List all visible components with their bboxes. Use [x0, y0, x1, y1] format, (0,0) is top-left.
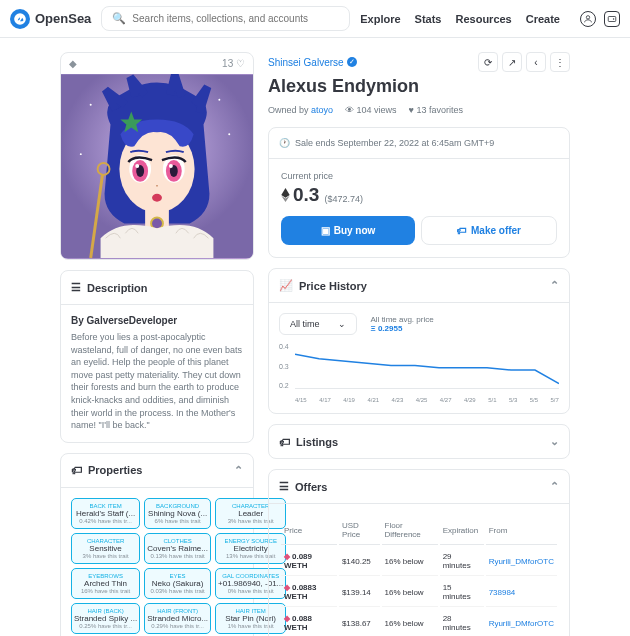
- avg-price: All time avg. price Ξ 0.2955: [371, 315, 434, 333]
- owner-info: Owned by atoyo: [268, 105, 333, 115]
- svg-rect-1: [608, 16, 616, 21]
- listings-header[interactable]: 🏷 Listings ⌄: [269, 425, 569, 458]
- offer-row: 0.088 WETH$138.6716% below28 minutesRyur…: [281, 609, 557, 636]
- time-filter-dropdown[interactable]: All time⌄: [279, 313, 357, 335]
- external-link-button[interactable]: ↗: [502, 52, 522, 72]
- description-icon: ☰: [71, 281, 81, 294]
- svg-point-17: [152, 194, 162, 202]
- tag-icon: 🏷: [279, 436, 290, 448]
- svg-point-16: [169, 164, 173, 168]
- refresh-button[interactable]: ⟳: [478, 52, 498, 72]
- property-card[interactable]: CLOTHESCoven's Raime...0.13% have this t…: [144, 533, 211, 564]
- likes-count[interactable]: 13 ♡: [222, 58, 245, 69]
- property-card[interactable]: BACKGROUNDShining Nova (...6% have this …: [144, 498, 211, 529]
- offer-row: 0.0883 WETH$139.1416% below15 minutes738…: [281, 578, 557, 607]
- price-history-header[interactable]: 📈 Price History ⌃: [269, 269, 569, 303]
- svg-point-2: [613, 18, 614, 19]
- share-button[interactable]: ‹: [526, 52, 546, 72]
- properties-icon: 🏷: [71, 464, 82, 476]
- description-text: Before you lies a post-apocalyptic waste…: [71, 331, 243, 432]
- offer-from-link[interactable]: Ryurili_DMforOTC: [486, 547, 557, 576]
- properties-panel: 🏷 Properties ⌃ BACK ITEMHerald's Staff (…: [60, 453, 254, 636]
- offers-header[interactable]: ☰ Offers ⌃: [269, 470, 569, 504]
- sale-box: 🕐 Sale ends September 22, 2022 at 6:45am…: [268, 127, 570, 258]
- nav-create[interactable]: Create: [526, 13, 560, 25]
- make-offer-button[interactable]: 🏷Make offer: [421, 216, 557, 245]
- eth-icon: [281, 188, 290, 202]
- property-card[interactable]: HAIR (BACK)Stranded Spiky ...0.25% have …: [71, 603, 140, 634]
- offers-table: PriceUSD PriceFloor DifferenceExpiration…: [279, 514, 559, 636]
- search-input[interactable]: [132, 13, 339, 24]
- svg-point-12: [135, 164, 139, 168]
- nft-image[interactable]: [61, 74, 253, 259]
- more-button[interactable]: ⋮: [550, 52, 570, 72]
- property-card[interactable]: BACK ITEMHerald's Staff (...0.42% have t…: [71, 498, 140, 529]
- offer-row: 0.089 WETH$140.2516% below29 minutesRyur…: [281, 547, 557, 576]
- svg-point-5: [218, 99, 220, 101]
- svg-point-0: [586, 15, 589, 18]
- property-card[interactable]: CHARACTERSensitive3% have this trait: [71, 533, 140, 564]
- brand-text: OpenSea: [35, 11, 91, 26]
- sale-end-time: 🕐 Sale ends September 22, 2022 at 6:45am…: [269, 128, 569, 159]
- account-icon[interactable]: [580, 11, 596, 27]
- current-price: 0.3: [281, 184, 319, 206]
- offer-from-link[interactable]: 738984: [486, 578, 557, 607]
- price-label: Current price: [281, 171, 557, 181]
- opensea-icon: [10, 9, 30, 29]
- svg-point-4: [90, 104, 92, 106]
- verified-icon: ✓: [347, 57, 357, 67]
- list-icon: ☰: [279, 480, 289, 493]
- property-card[interactable]: EYEBROWSArched Thin16% have this trait: [71, 568, 140, 599]
- nav-explore[interactable]: Explore: [360, 13, 400, 25]
- tag-icon: 🏷: [457, 225, 467, 236]
- creator-name: By GalverseDeveloper: [71, 315, 243, 326]
- chevron-up-icon: ⌃: [234, 464, 243, 477]
- svg-point-6: [228, 133, 230, 135]
- wallet-icon[interactable]: [604, 11, 620, 27]
- price-history-panel: 📈 Price History ⌃ All time⌄ All time avg…: [268, 268, 570, 414]
- clock-icon: 🕐: [279, 138, 290, 148]
- search-bar[interactable]: 🔍: [101, 6, 350, 31]
- owner-link[interactable]: atoyo: [311, 105, 333, 115]
- svg-point-7: [80, 153, 82, 155]
- description-header[interactable]: ☰ Description: [61, 271, 253, 305]
- properties-header[interactable]: 🏷 Properties ⌃: [61, 454, 253, 488]
- search-icon: 🔍: [112, 12, 126, 25]
- nav-stats[interactable]: Stats: [415, 13, 442, 25]
- item-title: Alexus Endymion: [268, 76, 570, 97]
- price-usd: ($472.74): [324, 194, 363, 204]
- chevron-down-icon: ⌄: [338, 319, 346, 329]
- views-count: 👁 104 views: [345, 105, 397, 115]
- buy-now-button[interactable]: ▣Buy now: [281, 216, 415, 245]
- listings-panel: 🏷 Listings ⌄: [268, 424, 570, 459]
- wallet-icon: ▣: [321, 225, 330, 236]
- chart-icon: 📈: [279, 279, 293, 292]
- property-card[interactable]: HAIR (FRONT)Stranded Micro...0.29% have …: [144, 603, 211, 634]
- price-chart: 0.40.30.2 4/154/174/194/214/234/254/274/…: [279, 343, 559, 403]
- chain-icon: ◆: [69, 58, 77, 69]
- chevron-up-icon: ⌃: [550, 279, 559, 292]
- collection-link[interactable]: Shinsei Galverse ✓: [268, 57, 357, 68]
- offers-panel: ☰ Offers ⌃ PriceUSD PriceFloor Differenc…: [268, 469, 570, 636]
- logo[interactable]: OpenSea: [10, 9, 91, 29]
- property-card[interactable]: EYESNeko (Sakura)0.03% have this trait: [144, 568, 211, 599]
- favorites-count: ♥ 13 favorites: [409, 105, 463, 115]
- description-panel: ☰ Description By GalverseDeveloper Befor…: [60, 270, 254, 443]
- offer-from-link[interactable]: Ryurili_DMforOTC: [486, 609, 557, 636]
- chevron-up-icon: ⌃: [550, 480, 559, 493]
- nav-resources[interactable]: Resources: [455, 13, 511, 25]
- chevron-down-icon: ⌄: [550, 435, 559, 448]
- artwork-card: ◆ 13 ♡: [60, 52, 254, 260]
